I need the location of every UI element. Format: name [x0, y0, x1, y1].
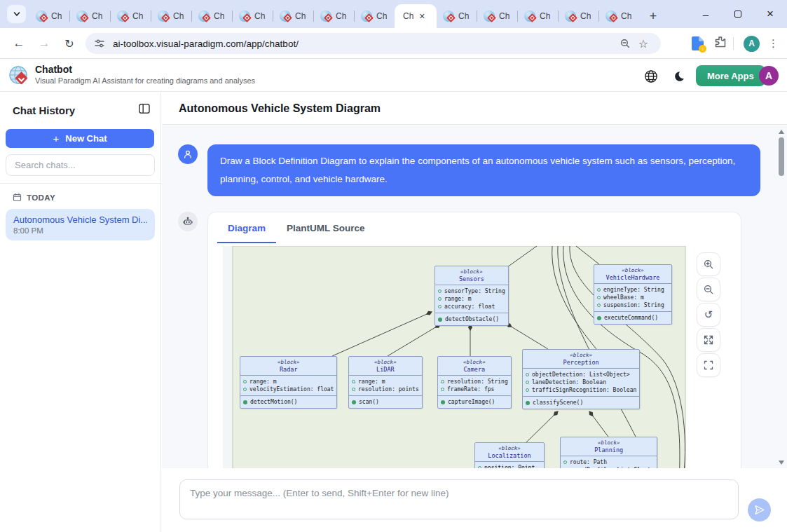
browser-profile-avatar[interactable]: A	[744, 36, 760, 52]
operation-row: detectObstacle()	[438, 315, 505, 323]
tab-label: Ch	[92, 11, 102, 21]
browser-tab[interactable]: Ch	[151, 4, 191, 28]
browser-tab[interactable]: Ch	[355, 4, 395, 28]
response-tabs: Diagram PlantUML Source	[208, 212, 741, 243]
tab-search-button[interactable]	[7, 5, 26, 23]
tab-label: Ch	[376, 11, 387, 21]
attribute-icon	[526, 381, 529, 384]
more-apps-button[interactable]: More Apps	[696, 65, 765, 86]
user-avatar[interactable]: A	[759, 66, 779, 86]
scrollbar-thumb[interactable]	[779, 137, 784, 176]
app-subtitle: Visual Paradigm AI Assistant for creatin…	[35, 76, 255, 85]
block-stereotype: «block»	[478, 445, 541, 451]
block-name: Radar	[243, 366, 334, 373]
browser-tab[interactable]: Ch	[559, 4, 598, 28]
send-button[interactable]	[748, 498, 771, 521]
scrollbar-down-arrow[interactable]	[779, 461, 784, 465]
fit-screen-button[interactable]	[697, 353, 720, 377]
uml-block-camera[interactable]: «block»Cameraresolution: StringframeRate…	[437, 356, 512, 409]
expand-button[interactable]	[697, 328, 720, 352]
block-attributes: sensorType: Stringrange: maccuracy: floa…	[435, 285, 508, 313]
block-operations: executeCommand()	[594, 312, 671, 324]
dark-mode-moon-icon[interactable]	[671, 69, 687, 84]
extensions-area: ↓ A ⋮	[692, 28, 787, 59]
uml-block-sensors[interactable]: «block»SensorssensorType: Stringrange: m…	[434, 266, 509, 326]
site-favicon-icon	[605, 11, 617, 22]
attribute-icon	[526, 388, 529, 392]
attribute-text: wheelBase: m	[603, 294, 644, 301]
browser-tab[interactable]: Ch	[192, 4, 232, 28]
robot-icon	[182, 216, 193, 227]
site-favicon-icon	[524, 11, 535, 22]
scrollbar-up-arrow[interactable]	[779, 130, 784, 134]
close-window-button[interactable]: ×	[765, 7, 776, 21]
attribute-icon	[441, 388, 444, 391]
browser-tab[interactable]: Ch	[518, 4, 558, 28]
site-favicon-icon	[36, 11, 47, 22]
user-message-row: Draw a Block Definition Diagram to expla…	[178, 144, 760, 196]
browser-tabstrip: ChChChChChChChChChCh×ChChChChCh+ – ×	[0, 0, 787, 28]
browser-menu-icon[interactable]: ⋮	[764, 37, 787, 50]
attribute-row: route: Path	[563, 458, 654, 466]
maximize-icon	[734, 11, 741, 18]
browser-tab[interactable]: Ch	[314, 4, 354, 28]
url-text[interactable]: ai-toolbox.visual-paradigm.com/app/chatb…	[113, 39, 616, 49]
new-chat-button[interactable]: + New Chat	[6, 129, 154, 148]
chat-scrollbar[interactable]	[777, 127, 786, 468]
reload-button[interactable]: ↻	[59, 28, 80, 59]
attribute-icon	[441, 380, 444, 383]
download-doc-extension-icon[interactable]: ↓	[692, 36, 704, 50]
block-stereotype: «block»	[438, 268, 505, 275]
block-stereotype: «block»	[526, 352, 636, 358]
forward-button[interactable]: →	[34, 28, 55, 59]
browser-tab-active[interactable]: Ch×	[395, 4, 437, 28]
message-input[interactable]	[180, 480, 738, 519]
address-bar[interactable]: ai-toolbox.visual-paradigm.com/app/chatb…	[85, 33, 661, 54]
new-tab-button[interactable]: +	[643, 6, 663, 26]
language-globe-icon[interactable]	[643, 69, 659, 84]
uml-block-vehiclehardware[interactable]: «block»VehicleHardwareengineType: String…	[594, 264, 672, 325]
browser-tab[interactable]: Ch	[599, 4, 639, 28]
attribute-text: range: m	[249, 378, 277, 386]
browser-tab[interactable]: Ch	[437, 4, 477, 28]
minimize-button[interactable]: –	[700, 8, 711, 20]
zoom-out-button[interactable]	[697, 278, 720, 301]
collapse-sidebar-icon[interactable]	[138, 102, 151, 118]
zoom-indicator-icon[interactable]	[616, 38, 634, 49]
site-favicon-icon	[443, 11, 454, 22]
block-name: VehicleHardware	[597, 274, 669, 281]
block-stereotype: «block»	[243, 359, 334, 365]
browser-tab[interactable]: Ch	[477, 4, 517, 28]
uml-block-localization[interactable]: «block»Localizationposition: Pointheadin…	[474, 442, 545, 469]
tab-plantuml-source[interactable]: PlantUML Source	[276, 212, 376, 243]
diagram-viewport[interactable]: «block»SensorssensorType: Stringrange: m…	[217, 246, 732, 469]
extensions-puzzle-icon[interactable]	[713, 35, 727, 52]
browser-tab[interactable]: Ch	[111, 4, 151, 28]
browser-tab[interactable]: Ch	[29, 4, 69, 28]
back-button[interactable]: ←	[8, 28, 29, 59]
zoom-in-button[interactable]	[697, 252, 720, 276]
maximize-button[interactable]	[732, 8, 744, 20]
reset-view-button[interactable]: ↺	[697, 303, 720, 327]
tab-close-icon[interactable]: ×	[419, 11, 425, 21]
search-chats-input[interactable]	[6, 154, 155, 176]
attribute-text: route: Path	[570, 458, 607, 466]
attribute-row: velocityEstimation: float	[243, 386, 334, 393]
uml-block-planning[interactable]: «block»Planningroute: PathspeedProfile: …	[560, 437, 657, 469]
site-favicon-icon	[320, 11, 331, 22]
chat-messages-area[interactable]: Draw a Block Definition Diagram to expla…	[162, 125, 787, 469]
uml-block-perception[interactable]: «block»PerceptionobjectDetection: List<O…	[522, 349, 640, 409]
app-title: Chatbot	[35, 64, 72, 75]
paper-plane-icon	[753, 504, 765, 516]
operation-text: detectMotion()	[250, 398, 297, 406]
bookmark-star-icon[interactable]: ☆	[634, 37, 652, 50]
chat-history-item[interactable]: Autonomous Vehicle System Di...8:00 PM	[6, 209, 155, 240]
browser-tab[interactable]: Ch	[273, 4, 313, 28]
assistant-message-row: Diagram PlantUML Source	[178, 212, 760, 469]
uml-block-lidar[interactable]: «block»LiDARrange: mresolution: pointssc…	[348, 356, 423, 409]
browser-tab[interactable]: Ch	[233, 4, 273, 28]
uml-block-radar[interactable]: «block»Radarrange: mvelocityEstimation: …	[240, 356, 337, 409]
tab-diagram[interactable]: Diagram	[217, 212, 276, 243]
chat-item-time: 8:00 PM	[13, 226, 147, 235]
browser-tab[interactable]: Ch	[70, 4, 110, 28]
